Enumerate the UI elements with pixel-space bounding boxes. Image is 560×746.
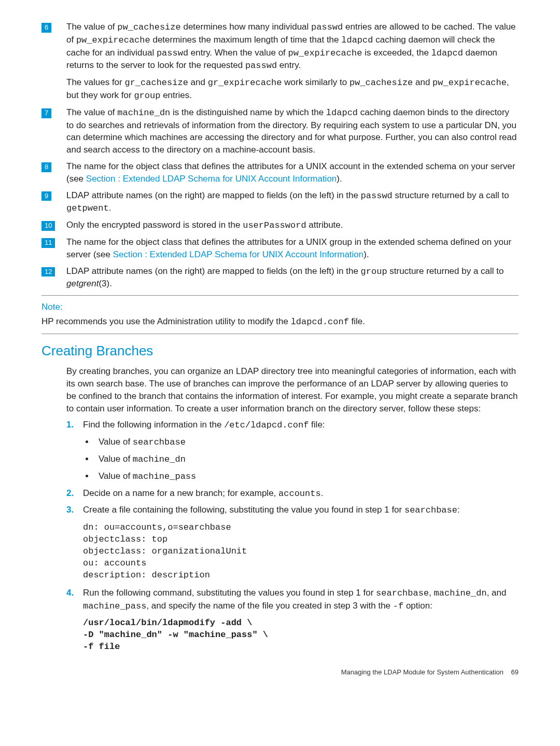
- annotation-badge: 8: [41, 162, 51, 172]
- bullet-machine-dn: Value of machine_dn: [94, 453, 519, 466]
- annotation-badge: 9: [41, 191, 51, 201]
- annotation-12: 12 LDAP attribute names (on the right) a…: [41, 265, 519, 291]
- annotation-badge: 11: [41, 238, 55, 248]
- annotation-6: 6 The value of pw_cachesize determines h…: [41, 21, 519, 102]
- annotation-text: The value of pw_cachesize determines how…: [66, 21, 519, 102]
- note-separator: [41, 295, 519, 296]
- annotation-text: LDAP attribute names (on the right) are …: [66, 189, 519, 215]
- annotation-badge: 6: [41, 21, 66, 102]
- step-1: 1. Find the following information in the…: [66, 419, 519, 432]
- step-text: Decide on a name for a new branch; for e…: [83, 487, 519, 500]
- annotation-10: 10 Only the encrypted password is stored…: [41, 219, 519, 232]
- annotation-11: 11 The name for the object class that de…: [41, 236, 519, 261]
- link-extended-schema[interactable]: Section : Extended LDAP Schema for UNIX …: [86, 174, 337, 184]
- ordered-list: 2. Decide on a name for a new branch; fo…: [66, 487, 519, 517]
- annotation-8: 8 The name for the object class that def…: [41, 160, 519, 185]
- annotation-text: LDAP attribute names (on the right) are …: [66, 265, 519, 291]
- annotation-text: The name for the object class that defin…: [66, 236, 519, 261]
- note-label: Note:: [41, 301, 519, 313]
- link-extended-schema[interactable]: Section : Extended LDAP Schema for UNIX …: [113, 250, 364, 259]
- code-ldapmodify: /usr/local/bin/ldapmodify -add \ -D "mac…: [83, 617, 519, 653]
- page-footer: Managing the LDAP Module for System Auth…: [41, 668, 519, 677]
- step-number: 1.: [66, 419, 83, 432]
- step-2: 2. Decide on a name for a new branch; fo…: [66, 487, 519, 500]
- bullet-list: Value of searchbase Value of machine_dn …: [85, 436, 519, 482]
- note-body: HP recommends you use the Administration…: [41, 315, 519, 328]
- annotation-text: Only the encrypted password is stored in…: [66, 219, 519, 232]
- annotation-badge: 7: [41, 108, 51, 118]
- step-number: 3.: [66, 504, 83, 517]
- step-number: 4.: [66, 587, 83, 613]
- heading-creating-branches: Creating Branches: [41, 341, 519, 360]
- annotation-7: 7 The value of machine_dn is the disting…: [41, 106, 519, 156]
- intro-paragraph: By creating branches, you can organize a…: [66, 365, 519, 415]
- code-ldif: dn: ou=accounts,o=searchbase objectclass…: [83, 522, 519, 582]
- step-number: 2.: [66, 487, 83, 500]
- annotation-badge: 12: [41, 267, 55, 277]
- annotation-badge: 10: [41, 221, 55, 231]
- ordered-list: 1. Find the following information in the…: [66, 419, 519, 432]
- note-separator: [41, 334, 519, 334]
- ordered-list: 4. Run the following command, substituti…: [66, 587, 519, 613]
- step-text: Find the following information in the /e…: [83, 419, 519, 432]
- step-4: 4. Run the following command, substituti…: [66, 587, 519, 613]
- bullet-machine-pass: Value of machine_pass: [94, 470, 519, 483]
- step-text: Create a file containing the following, …: [83, 504, 519, 517]
- step-text: Run the following command, substituting …: [83, 587, 519, 613]
- annotation-9: 9 LDAP attribute names (on the right) ar…: [41, 189, 519, 215]
- annotation-text: The value of machine_dn is the distingui…: [66, 106, 519, 156]
- bullet-searchbase: Value of searchbase: [94, 436, 519, 449]
- annotation-text: The name for the object class that defin…: [66, 160, 519, 185]
- step-3: 3. Create a file containing the followin…: [66, 504, 519, 517]
